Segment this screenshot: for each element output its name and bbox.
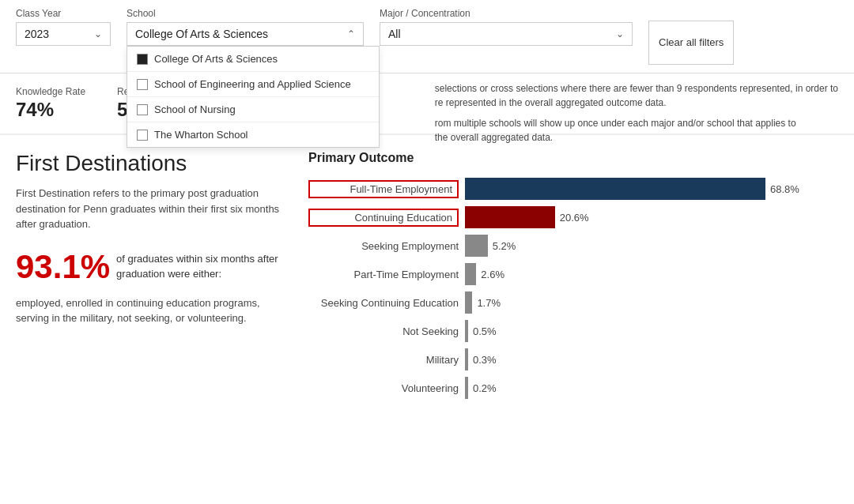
- chart-title: Primary Outcome: [308, 151, 838, 165]
- school-option-wharton[interactable]: The Wharton School: [127, 122, 379, 147]
- bar-row-3: Part-Time Employment2.6%: [308, 263, 838, 285]
- class-year-chevron-icon: ⌄: [94, 28, 102, 39]
- class-year-value: 2023: [25, 28, 49, 40]
- filter-bar: Class Year 2023 ⌄ School College Of Arts…: [0, 0, 854, 73]
- bar-fill-4: [465, 291, 472, 314]
- info-overlay: selections or cross selections where the…: [435, 81, 838, 151]
- school-option-wharton-checkbox: [137, 130, 148, 141]
- bar-label-6: Military: [308, 354, 459, 366]
- bar-container-5: 0.5%: [465, 320, 838, 342]
- major-dropdown[interactable]: All ⌄: [380, 22, 633, 46]
- bar-label-2: Seeking Employment: [308, 240, 459, 252]
- bar-value-1: 20.6%: [560, 212, 589, 224]
- bar-value-7: 0.2%: [473, 382, 497, 394]
- major-filter: Major / Concentration All ⌄: [380, 8, 633, 46]
- school-chevron-icon: ⌃: [347, 28, 355, 39]
- bar-label-1: Continuing Education: [308, 209, 459, 227]
- knowledge-rate-value: 74%: [16, 99, 85, 121]
- bar-value-2: 5.2%: [493, 240, 516, 252]
- right-panel: Primary Outcome Full-Time Employment68.8…: [308, 151, 838, 399]
- bar-value-0: 68.8%: [770, 183, 799, 195]
- section-title: First Destinations: [16, 151, 285, 176]
- bar-label-5: Not Seeking: [308, 325, 459, 337]
- school-option-nursing-label: School of Nursing: [154, 103, 236, 115]
- school-dropdown-menu: College Of Arts & Sciences School of Eng…: [127, 46, 380, 148]
- bar-label-0: Full-Time Employment: [308, 180, 459, 198]
- bar-container-0: 68.8%: [465, 178, 838, 200]
- left-panel: First Destinations First Destination ref…: [16, 151, 285, 399]
- section-description: First Destination refers to the primary …: [16, 186, 285, 232]
- bar-container-3: 2.6%: [465, 263, 838, 285]
- bar-container-1: 20.6%: [465, 206, 838, 228]
- bar-row-7: Volunteering0.2%: [308, 377, 838, 399]
- bar-fill-7: [465, 377, 468, 399]
- bar-row-1: Continuing Education20.6%: [308, 206, 838, 228]
- knowledge-rate-label: Knowledge Rate: [16, 86, 85, 97]
- school-option-engineering[interactable]: School of Engineering and Applied Scienc…: [127, 72, 379, 97]
- bar-fill-5: [465, 320, 468, 342]
- school-dropdown[interactable]: College Of Arts & Sciences ⌃: [127, 22, 364, 46]
- school-option-arts-checkbox: [137, 54, 148, 65]
- bar-container-6: 0.3%: [465, 348, 838, 370]
- school-option-nursing-checkbox: [137, 104, 148, 115]
- class-year-dropdown[interactable]: 2023 ⌄: [16, 22, 111, 46]
- bar-fill-3: [465, 263, 476, 285]
- bar-fill-0: [465, 178, 765, 200]
- school-option-wharton-label: The Wharton School: [154, 129, 248, 141]
- big-percent: 93.1%: [16, 248, 110, 286]
- school-option-arts[interactable]: College Of Arts & Sciences: [127, 47, 379, 72]
- bar-label-7: Volunteering: [308, 382, 459, 394]
- bar-row-0: Full-Time Employment68.8%: [308, 178, 838, 200]
- big-percent-row: 93.1% of graduates within six months aft…: [16, 248, 285, 286]
- class-year-filter: Class Year 2023 ⌄: [16, 8, 111, 46]
- bar-value-5: 0.5%: [473, 325, 497, 337]
- school-option-nursing[interactable]: School of Nursing: [127, 97, 379, 122]
- bar-row-4: Seeking Continuing Education1.7%: [308, 291, 838, 314]
- percent-desc: of graduates within six months after gra…: [116, 252, 285, 280]
- class-year-label: Class Year: [16, 8, 111, 19]
- bar-value-4: 1.7%: [477, 297, 501, 309]
- school-value: College Of Arts & Sciences: [135, 28, 268, 40]
- bar-value-3: 2.6%: [481, 269, 504, 280]
- bar-row-5: Not Seeking0.5%: [308, 320, 838, 342]
- knowledge-rate-stat: Knowledge Rate 74%: [16, 86, 85, 121]
- info-line2: rom multiple schools will show up once u…: [435, 116, 838, 145]
- info-line1: selections or cross selections where the…: [435, 81, 838, 110]
- school-filter: School College Of Arts & Sciences ⌃ Coll…: [127, 8, 364, 46]
- bar-fill-6: [465, 348, 468, 370]
- bar-chart: Full-Time Employment68.8%Continuing Educ…: [308, 178, 838, 399]
- major-chevron-icon: ⌄: [616, 28, 624, 39]
- school-label: School: [127, 8, 364, 19]
- school-option-arts-label: College Of Arts & Sciences: [154, 53, 278, 65]
- bar-row-6: Military0.3%: [308, 348, 838, 370]
- clear-filters-label: Clear all filters: [659, 36, 724, 50]
- school-option-engineering-label: School of Engineering and Applied Scienc…: [154, 78, 351, 90]
- bar-container-4: 1.7%: [465, 291, 838, 314]
- bar-fill-1: [465, 206, 555, 228]
- main-content: First Destinations First Destination ref…: [0, 135, 854, 415]
- school-option-engineering-checkbox: [137, 79, 148, 90]
- bar-row-2: Seeking Employment5.2%: [308, 235, 838, 257]
- employed-desc: employed, enrolled in continuing educati…: [16, 295, 285, 326]
- clear-filters-button[interactable]: Clear all filters: [648, 21, 734, 65]
- major-value: All: [388, 28, 401, 40]
- bar-container-7: 0.2%: [465, 377, 838, 399]
- bar-value-6: 0.3%: [473, 354, 497, 366]
- bar-label-3: Part-Time Employment: [308, 269, 459, 280]
- bar-fill-2: [465, 235, 488, 257]
- major-label: Major / Concentration: [380, 8, 633, 19]
- bar-label-4: Seeking Continuing Education: [308, 297, 459, 309]
- bar-container-2: 5.2%: [465, 235, 838, 257]
